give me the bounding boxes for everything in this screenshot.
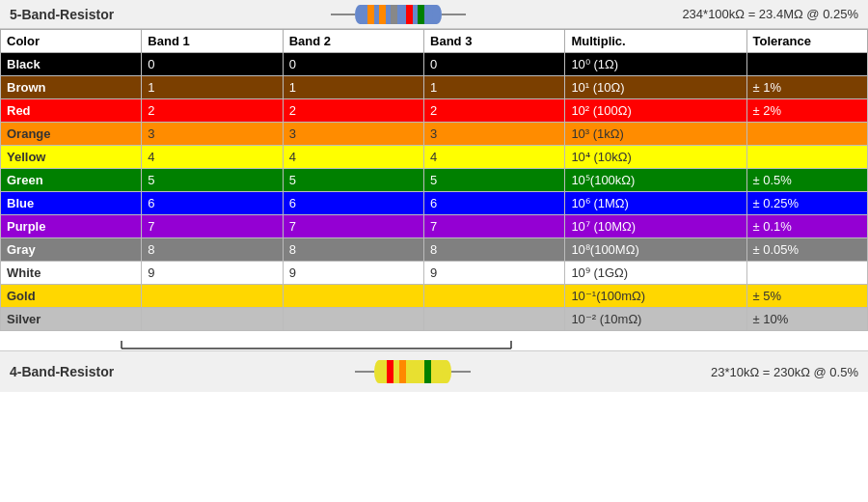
header: 5-Band-Resistor 234*100kΩ = 23.4MΩ @ 0.2… xyxy=(0,0,868,29)
header-formula: 234*100kΩ = 23.4MΩ @ 0.25% xyxy=(682,7,858,21)
bracket-svg xyxy=(0,331,868,350)
table-row: Blue66610⁶ (1MΩ)± 0.25% xyxy=(1,192,868,215)
table-body: Black00010⁰ (1Ω)Brown11110¹ (10Ω)± 1%Red… xyxy=(1,53,868,331)
band3-cell xyxy=(424,308,565,331)
band3-cell: 1 xyxy=(424,76,565,99)
band1-cell: 9 xyxy=(142,262,283,285)
tol-cell xyxy=(746,262,867,285)
table-header-row: Color Band 1 Band 2 Band 3 Multiplic. To… xyxy=(1,30,868,53)
band2-cell: 7 xyxy=(283,215,423,238)
band1-cell xyxy=(142,285,283,308)
band2-cell: 0 xyxy=(283,53,423,76)
svg-point-3 xyxy=(432,5,442,24)
5band-resistor-svg xyxy=(331,1,466,28)
bracket-section xyxy=(0,331,868,350)
mult-cell: 10⁻¹(100mΩ) xyxy=(565,285,746,308)
5band-resistor-diagram xyxy=(114,1,682,28)
color-cell: Blue xyxy=(1,192,142,215)
band1-cell: 7 xyxy=(142,215,283,238)
col-header-band1: Band 1 xyxy=(142,30,283,53)
main-container: 5-Band-Resistor 234*100kΩ = 23.4MΩ @ 0.2… xyxy=(0,0,868,502)
tol-cell: ± 0.25% xyxy=(746,192,867,215)
table-row: Yellow44410⁴ (10kΩ) xyxy=(1,146,868,169)
band2-cell: 8 xyxy=(283,238,423,262)
band1-cell: 3 xyxy=(142,123,283,146)
svg-rect-4 xyxy=(367,5,374,24)
band1-cell: 2 xyxy=(142,99,283,123)
tol-cell: ± 10% xyxy=(746,308,867,331)
tol-cell: ± 0.1% xyxy=(746,215,867,238)
band3-cell: 3 xyxy=(424,123,565,146)
table-row: Black00010⁰ (1Ω) xyxy=(1,53,868,76)
color-cell: Gray xyxy=(1,238,142,262)
col-header-tol: Tolerance xyxy=(746,30,867,53)
table-row: Gray88810⁸(100MΩ)± 0.05% xyxy=(1,238,868,262)
band2-cell: 3 xyxy=(283,123,423,146)
mult-cell: 10⁻² (10mΩ) xyxy=(565,308,746,331)
svg-rect-19 xyxy=(424,360,431,383)
color-cell: Orange xyxy=(1,123,142,146)
svg-rect-18 xyxy=(399,360,406,383)
band3-cell: 0 xyxy=(424,53,565,76)
band1-cell: 4 xyxy=(142,146,283,169)
band1-cell: 1 xyxy=(142,76,283,99)
svg-rect-17 xyxy=(387,360,393,383)
svg-rect-7 xyxy=(406,5,413,24)
col-header-mult: Multiplic. xyxy=(565,30,746,53)
footer-title: 4-Band-Resistor xyxy=(10,364,114,379)
band2-cell: 2 xyxy=(283,99,423,123)
band2-cell: 5 xyxy=(283,169,423,192)
header-title: 5-Band-Resistor xyxy=(10,7,114,22)
band3-cell: 5 xyxy=(424,169,565,192)
band1-cell xyxy=(142,308,283,331)
color-cell: Gold xyxy=(1,285,142,308)
band2-cell: 1 xyxy=(283,76,423,99)
tol-cell: ± 5% xyxy=(746,285,867,308)
tol-cell xyxy=(746,146,867,169)
mult-cell: 10⁸(100MΩ) xyxy=(565,238,746,262)
mult-cell: 10⁹ (1GΩ) xyxy=(565,262,746,285)
band2-cell xyxy=(283,285,423,308)
col-header-color: Color xyxy=(1,30,142,53)
table-row: Silver10⁻² (10mΩ)± 10% xyxy=(1,308,868,331)
tol-cell xyxy=(746,123,867,146)
color-cell: Red xyxy=(1,99,142,123)
mult-cell: 10⁷ (10MΩ) xyxy=(565,215,746,238)
resistor-table-container: Color Band 1 Band 2 Band 3 Multiplic. To… xyxy=(0,29,868,331)
svg-rect-5 xyxy=(379,5,386,24)
footer-formula: 23*10kΩ = 230kΩ @ 0.5% xyxy=(711,365,858,379)
band3-cell: 6 xyxy=(424,192,565,215)
color-cell: Green xyxy=(1,169,142,192)
color-cell: Silver xyxy=(1,308,142,331)
footer-section: 4-Band-Resistor 23*10kΩ = 230kΩ @ 0.5% xyxy=(0,350,868,392)
resistor-table: Color Band 1 Band 2 Band 3 Multiplic. To… xyxy=(0,29,868,331)
4band-resistor-svg xyxy=(355,353,471,390)
band3-cell xyxy=(424,285,565,308)
table-row: Red22210² (100Ω)± 2% xyxy=(1,99,868,123)
col-header-band3: Band 3 xyxy=(424,30,565,53)
mult-cell: 10⁰ (1Ω) xyxy=(565,53,746,76)
band2-cell: 4 xyxy=(283,146,423,169)
tol-cell: ± 0.05% xyxy=(746,238,867,262)
color-cell: Black xyxy=(1,53,142,76)
band1-cell: 6 xyxy=(142,192,283,215)
svg-rect-8 xyxy=(418,5,424,24)
table-row: Orange33310³ (1kΩ) xyxy=(1,123,868,146)
band1-cell: 8 xyxy=(142,238,283,262)
band1-cell: 5 xyxy=(142,169,283,192)
band3-cell: 4 xyxy=(424,146,565,169)
tol-cell: ± 2% xyxy=(746,99,867,123)
svg-rect-6 xyxy=(391,5,397,24)
tol-cell xyxy=(746,53,867,76)
mult-cell: 10¹ (10Ω) xyxy=(565,76,746,99)
color-cell: Purple xyxy=(1,215,142,238)
mult-cell: 10⁵(100kΩ) xyxy=(565,169,746,192)
table-row: White99910⁹ (1GΩ) xyxy=(1,262,868,285)
svg-point-16 xyxy=(442,360,451,383)
table-row: Brown11110¹ (10Ω)± 1% xyxy=(1,76,868,99)
color-cell: Yellow xyxy=(1,146,142,169)
mult-cell: 10⁴ (10kΩ) xyxy=(565,146,746,169)
band3-cell: 7 xyxy=(424,215,565,238)
band2-cell: 6 xyxy=(283,192,423,215)
mult-cell: 10² (100Ω) xyxy=(565,99,746,123)
